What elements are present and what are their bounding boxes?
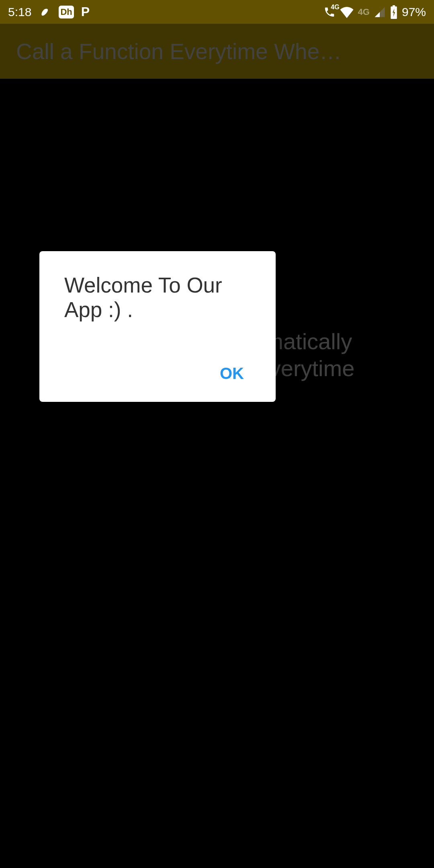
disney-hotstar-icon: Dh <box>59 6 74 18</box>
battery-charging-icon <box>390 5 398 19</box>
airtel-icon <box>39 6 51 18</box>
dialog-actions: OK <box>64 360 251 387</box>
alert-dialog: Welcome To Our App :) . OK <box>39 251 276 402</box>
p-icon: P <box>81 4 90 19</box>
status-right: 4G 4G 97% <box>323 5 426 19</box>
status-bar: 5:18 Dh P 4G 4G <box>0 0 434 24</box>
battery-percent: 97% <box>402 5 426 19</box>
call-4g-icon: 4G <box>323 6 336 18</box>
status-time: 5:18 <box>8 5 31 19</box>
svg-rect-1 <box>393 5 395 7</box>
ok-button[interactable]: OK <box>219 360 245 387</box>
status-left: 5:18 Dh P <box>8 4 90 19</box>
modal-overlay[interactable] <box>0 24 434 868</box>
wifi-icon <box>340 6 354 18</box>
network-4g-label: 4G <box>358 7 370 17</box>
dialog-message: Welcome To Our App :) . <box>64 273 251 322</box>
signal-icon <box>374 6 386 18</box>
